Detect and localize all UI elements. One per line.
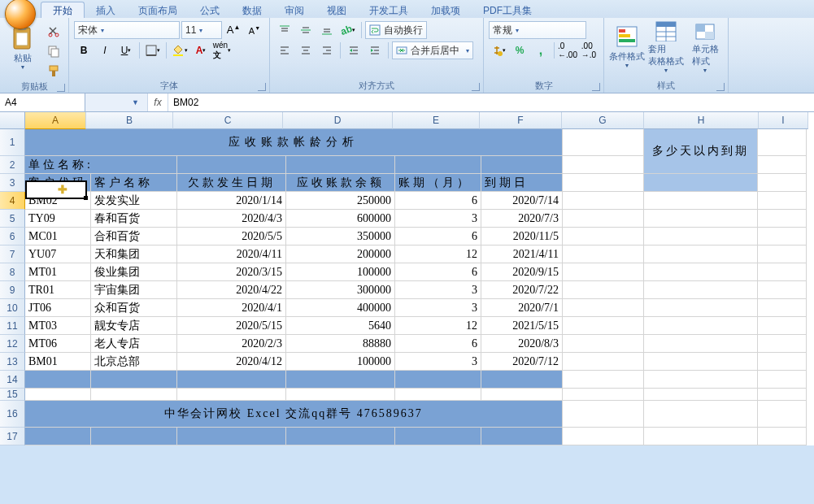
cell[interactable] <box>563 389 644 401</box>
cell[interactable]: 2021/5/15 <box>481 317 563 335</box>
cell[interactable]: 春和百货 <box>91 210 177 228</box>
row-head-11[interactable]: 11 <box>0 317 25 335</box>
comma-button[interactable]: , <box>531 41 551 59</box>
cell[interactable]: 2020/7/1 <box>481 299 563 317</box>
cell[interactable] <box>563 281 644 299</box>
col-head-E[interactable]: E <box>393 112 480 129</box>
number-format-combo[interactable]: 常规 <box>489 21 586 39</box>
cell[interactable]: 88880 <box>286 335 395 353</box>
tab-1[interactable]: 插入 <box>85 2 127 18</box>
tab-2[interactable]: 页面布局 <box>127 2 189 18</box>
cell[interactable]: TY09 <box>25 210 91 228</box>
cell[interactable]: 200000 <box>286 245 395 263</box>
cell[interactable] <box>563 335 644 353</box>
row-head-15[interactable]: 15 <box>0 389 25 401</box>
cell[interactable]: 中华会计网校 Excel 交流qq群号 476589637 <box>25 401 563 428</box>
cell[interactable]: 2020/5/15 <box>177 317 286 335</box>
cell[interactable]: 2020/1/14 <box>177 192 286 210</box>
cell[interactable]: 350000 <box>286 228 395 245</box>
col-head-F[interactable]: F <box>480 112 562 129</box>
select-all-corner[interactable] <box>0 112 25 129</box>
col-head-G[interactable]: G <box>562 112 644 129</box>
row-head-4[interactable]: 4 <box>0 192 25 210</box>
cell[interactable]: MT03 <box>25 317 91 335</box>
cell[interactable] <box>177 156 286 174</box>
cell[interactable] <box>758 192 807 210</box>
cell[interactable] <box>644 299 758 317</box>
col-head-I[interactable]: I <box>759 112 808 129</box>
cell[interactable] <box>563 210 644 228</box>
cell[interactable] <box>563 129 644 156</box>
cell[interactable]: 2020/4/12 <box>177 353 286 371</box>
cell[interactable]: 2020/7/22 <box>481 281 563 299</box>
cell[interactable] <box>758 281 807 299</box>
row-head-3[interactable]: 3 <box>0 174 25 192</box>
cell[interactable] <box>563 192 644 210</box>
increase-indent-button[interactable] <box>365 41 385 59</box>
cell[interactable] <box>481 389 563 401</box>
cell[interactable]: 到期日 <box>481 174 563 192</box>
cell[interactable] <box>286 371 395 389</box>
cell[interactable] <box>177 428 286 445</box>
cell[interactable]: 2020/4/11 <box>177 245 286 263</box>
row-head-5[interactable]: 5 <box>0 210 25 228</box>
cell[interactable] <box>25 371 91 389</box>
cell[interactable] <box>395 389 481 401</box>
align-left-button[interactable] <box>275 41 294 59</box>
cell[interactable] <box>563 371 644 389</box>
cell[interactable]: 应收账款帐龄分析 <box>25 129 563 156</box>
cell[interactable] <box>644 371 758 389</box>
row-head-7[interactable]: 7 <box>0 245 25 263</box>
cell[interactable]: 合和百货 <box>91 228 177 245</box>
col-head-A[interactable]: A <box>25 112 86 129</box>
fx-button[interactable]: fx <box>148 93 168 111</box>
cell-styles-button[interactable]: 单元格 样式▼ <box>687 20 723 73</box>
cell[interactable] <box>644 192 758 210</box>
row-head-2[interactable]: 2 <box>0 156 25 174</box>
cell[interactable] <box>644 210 758 228</box>
formula-input[interactable] <box>168 97 814 108</box>
cell[interactable] <box>395 156 481 174</box>
cell[interactable] <box>286 428 395 445</box>
cell[interactable]: 600000 <box>286 210 395 228</box>
cell[interactable]: 北京总部 <box>91 353 177 371</box>
cell[interactable] <box>481 156 563 174</box>
cell[interactable] <box>758 401 807 428</box>
cell[interactable] <box>563 428 644 445</box>
cell[interactable] <box>563 245 644 263</box>
cell[interactable]: 3 <box>395 299 481 317</box>
cell[interactable]: 2020/4/1 <box>177 299 286 317</box>
cell[interactable]: JT06 <box>25 299 91 317</box>
decrease-decimal-button[interactable]: .00→.0 <box>579 41 599 59</box>
cell[interactable] <box>286 389 395 401</box>
cell[interactable] <box>91 428 177 445</box>
cell[interactable]: 老人专店 <box>91 335 177 353</box>
cell[interactable]: 6 <box>395 192 481 210</box>
cell[interactable] <box>644 353 758 371</box>
cell[interactable]: 2020/2/3 <box>177 335 286 353</box>
cell[interactable]: 2020/9/15 <box>481 263 563 281</box>
cell[interactable] <box>25 389 91 401</box>
cell[interactable] <box>758 353 807 371</box>
align-right-button[interactable] <box>317 41 337 59</box>
cell[interactable] <box>563 299 644 317</box>
cell[interactable]: 宇宙集团 <box>91 281 177 299</box>
row-head-14[interactable]: 14 <box>0 371 25 389</box>
row-head-10[interactable]: 10 <box>0 299 25 317</box>
cell[interactable]: 100000 <box>286 353 395 371</box>
col-head-C[interactable]: C <box>173 112 283 129</box>
cell[interactable]: 6 <box>395 335 481 353</box>
grow-font-button[interactable]: A▲ <box>224 21 243 39</box>
cell[interactable] <box>758 156 807 174</box>
row-head-12[interactable]: 12 <box>0 335 25 353</box>
cell[interactable] <box>644 174 758 192</box>
col-head-B[interactable]: B <box>86 112 173 129</box>
percent-button[interactable]: % <box>510 41 529 59</box>
increase-decimal-button[interactable]: .0←.00 <box>558 41 577 59</box>
italic-button[interactable]: I <box>95 41 115 59</box>
cell[interactable]: TR01 <box>25 281 91 299</box>
cell[interactable] <box>563 353 644 371</box>
tab-6[interactable]: 视图 <box>316 2 358 18</box>
cell[interactable] <box>91 389 177 401</box>
cell[interactable] <box>758 335 807 353</box>
